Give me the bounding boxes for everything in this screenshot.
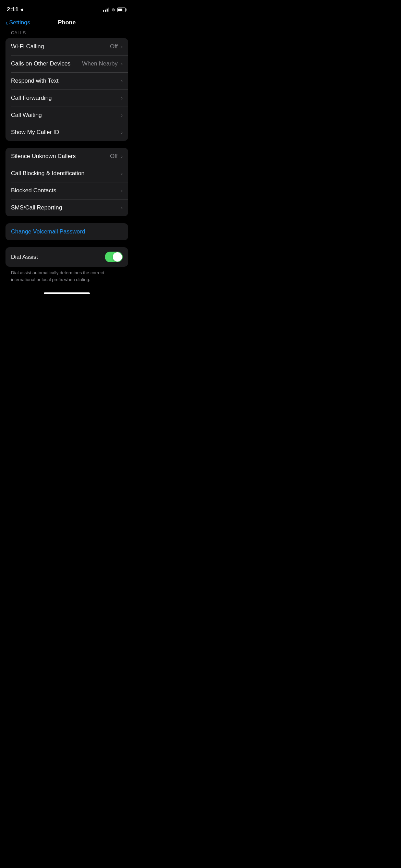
status-icons: ⊛ bbox=[103, 7, 127, 12]
call-waiting-label: Call Waiting bbox=[11, 112, 121, 119]
status-time: 2:11 ◀ bbox=[7, 6, 23, 13]
status-bar: 2:11 ◀ ⊛ bbox=[0, 0, 134, 16]
dial-assist-toggle[interactable] bbox=[105, 252, 123, 262]
wifi-calling-right: Off › bbox=[110, 43, 123, 50]
time-label: 2:11 bbox=[7, 6, 19, 13]
voicemail-section: Change Voicemail Password bbox=[0, 223, 134, 240]
dial-assist-label: Dial Assist bbox=[11, 254, 105, 261]
call-blocking-row[interactable]: Call Blocking & Identification › bbox=[5, 165, 128, 182]
calls-other-devices-value: When Nearby bbox=[82, 60, 118, 67]
blocked-contacts-row[interactable]: Blocked Contacts › bbox=[5, 182, 128, 199]
chevron-right-icon: › bbox=[121, 130, 123, 135]
blocking-settings-group: Silence Unknown Callers Off › Call Block… bbox=[5, 148, 128, 216]
silence-unknown-row[interactable]: Silence Unknown Callers Off › bbox=[5, 148, 128, 165]
call-forwarding-right: › bbox=[121, 95, 123, 101]
show-caller-id-right: › bbox=[121, 130, 123, 135]
calls-other-devices-row[interactable]: Calls on Other Devices When Nearby › bbox=[5, 55, 128, 72]
wifi-calling-value: Off bbox=[110, 43, 118, 50]
blocked-contacts-right: › bbox=[121, 188, 123, 193]
wifi-icon: ⊛ bbox=[111, 7, 115, 12]
dial-assist-toggle-container[interactable] bbox=[105, 252, 123, 262]
call-blocking-right: › bbox=[121, 171, 123, 176]
home-indicator bbox=[0, 290, 134, 296]
page-title: Phone bbox=[58, 19, 76, 26]
back-label: Settings bbox=[9, 19, 30, 26]
silence-unknown-right: Off › bbox=[110, 153, 123, 160]
respond-text-label: Respond with Text bbox=[11, 77, 121, 84]
wifi-calling-row[interactable]: Wi-Fi Calling Off › bbox=[5, 38, 128, 55]
silence-unknown-label: Silence Unknown Callers bbox=[11, 153, 110, 160]
sms-call-reporting-row[interactable]: SMS/Call Reporting › bbox=[5, 199, 128, 216]
call-waiting-row[interactable]: Call Waiting › bbox=[5, 107, 128, 124]
signal-bars-icon bbox=[103, 8, 109, 12]
call-waiting-right: › bbox=[121, 112, 123, 118]
chevron-right-icon: › bbox=[121, 61, 123, 67]
blocking-section: Silence Unknown Callers Off › Call Block… bbox=[0, 148, 134, 216]
respond-text-right: › bbox=[121, 78, 123, 84]
change-voicemail-password-row[interactable]: Change Voicemail Password bbox=[5, 223, 128, 240]
sms-call-reporting-right: › bbox=[121, 205, 123, 210]
dial-assist-settings-group: Dial Assist bbox=[5, 247, 128, 267]
home-bar bbox=[44, 292, 90, 294]
chevron-right-icon: › bbox=[121, 171, 123, 176]
chevron-right-icon: › bbox=[121, 95, 123, 101]
show-caller-id-label: Show My Caller ID bbox=[11, 129, 121, 136]
calls-section: CALLS Wi-Fi Calling Off › Calls on Other… bbox=[0, 30, 134, 141]
chevron-right-icon: › bbox=[121, 154, 123, 159]
silence-unknown-value: Off bbox=[110, 153, 118, 160]
call-blocking-label: Call Blocking & Identification bbox=[11, 170, 121, 177]
dial-assist-section: Dial Assist Dial assist automatically de… bbox=[0, 247, 134, 283]
back-chevron-icon: ‹ bbox=[5, 19, 8, 26]
call-forwarding-row[interactable]: Call Forwarding › bbox=[5, 89, 128, 107]
chevron-right-icon: › bbox=[121, 78, 123, 84]
toggle-thumb bbox=[113, 252, 122, 262]
change-voicemail-password-label: Change Voicemail Password bbox=[11, 228, 123, 235]
nav-header: ‹ Settings Phone bbox=[0, 16, 134, 30]
calls-other-devices-label: Calls on Other Devices bbox=[11, 60, 82, 67]
dial-assist-footer: Dial assist automatically determines the… bbox=[5, 267, 128, 283]
call-forwarding-label: Call Forwarding bbox=[11, 95, 121, 101]
calls-settings-group: Wi-Fi Calling Off › Calls on Other Devic… bbox=[5, 38, 128, 141]
calls-other-devices-right: When Nearby › bbox=[82, 60, 123, 67]
blocked-contacts-label: Blocked Contacts bbox=[11, 187, 121, 194]
chevron-right-icon: › bbox=[121, 44, 123, 49]
calls-section-label: CALLS bbox=[5, 30, 128, 38]
show-caller-id-row[interactable]: Show My Caller ID › bbox=[5, 124, 128, 141]
chevron-right-icon: › bbox=[121, 188, 123, 193]
voicemail-settings-group: Change Voicemail Password bbox=[5, 223, 128, 240]
location-icon: ◀ bbox=[20, 8, 23, 12]
respond-text-row[interactable]: Respond with Text › bbox=[5, 72, 128, 89]
back-button[interactable]: ‹ Settings bbox=[5, 19, 30, 26]
battery-icon bbox=[117, 8, 127, 12]
chevron-right-icon: › bbox=[121, 112, 123, 118]
dial-assist-row[interactable]: Dial Assist bbox=[5, 247, 128, 267]
wifi-calling-label: Wi-Fi Calling bbox=[11, 43, 110, 50]
chevron-right-icon: › bbox=[121, 205, 123, 210]
sms-call-reporting-label: SMS/Call Reporting bbox=[11, 204, 121, 211]
